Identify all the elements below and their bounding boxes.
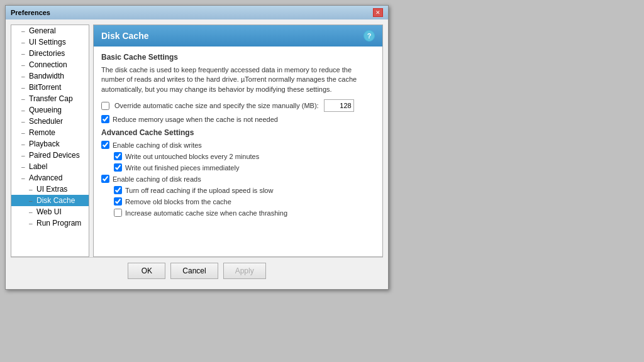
advanced-section-title: Advanced Cache Settings bbox=[101, 128, 375, 137]
apply-button[interactable]: Apply bbox=[223, 263, 266, 279]
turn-off-read-row: Turn off read caching if the upload spee… bbox=[101, 186, 375, 194]
write-untouched-row: Write out untouched blocks every 2 minut… bbox=[101, 152, 375, 160]
cache-description: The disk cache is used to keep frequentl… bbox=[101, 65, 375, 94]
title-bar: Preferences ✕ bbox=[6, 6, 388, 19]
enable-writes-row: Enable caching of disk writes bbox=[101, 141, 375, 149]
sidebar-item-directories[interactable]: –Directories bbox=[11, 48, 89, 59]
enable-reads-checkbox[interactable] bbox=[101, 175, 109, 183]
sidebar-item-disk-cache[interactable]: –Disk Cache bbox=[11, 195, 89, 206]
sidebar-item-label-run-program: Run Program bbox=[36, 219, 81, 228]
write-finished-label[interactable]: Write out finished pieces immediately bbox=[125, 164, 239, 172]
sidebar-item-transfer-cap[interactable]: –Transfer Cap bbox=[11, 93, 89, 104]
sidebar-item-general[interactable]: –General bbox=[11, 25, 89, 36]
sidebar-item-ui-settings[interactable]: –UI Settings bbox=[11, 36, 89, 48]
ok-button[interactable]: OK bbox=[128, 263, 165, 279]
enable-reads-row: Enable caching of disk reads bbox=[101, 175, 375, 183]
turn-off-read-label[interactable]: Turn off read caching if the upload spee… bbox=[125, 187, 273, 194]
sidebar-item-playback[interactable]: –Playback bbox=[11, 138, 89, 150]
cancel-button[interactable]: Cancel bbox=[170, 263, 218, 279]
sidebar-item-label-scheduler: Scheduler bbox=[29, 117, 63, 126]
remove-old-checkbox[interactable] bbox=[114, 197, 122, 206]
increase-auto-row: Increase automatic cache size when cache… bbox=[101, 209, 375, 217]
enable-writes-checkbox[interactable] bbox=[101, 141, 109, 149]
increase-auto-label[interactable]: Increase automatic cache size when cache… bbox=[125, 209, 287, 217]
override-cache-row: Override automatic cache size and specif… bbox=[101, 99, 375, 112]
write-untouched-label[interactable]: Write out untouched blocks every 2 minut… bbox=[125, 153, 259, 160]
window-body: –General–UI Settings–Directories–Connect… bbox=[6, 19, 388, 289]
enable-reads-label[interactable]: Enable caching of disk reads bbox=[113, 175, 201, 183]
sidebar-item-run-program[interactable]: –Run Program bbox=[11, 217, 89, 229]
sidebar-item-label-bittorrent: BitTorrent bbox=[29, 83, 61, 92]
sidebar-item-label-bandwidth: Bandwidth bbox=[29, 72, 64, 80]
close-button[interactable]: ✕ bbox=[373, 8, 383, 17]
sidebar-item-label-connection: Connection bbox=[29, 60, 67, 69]
override-cache-label[interactable]: Override automatic cache size and specif… bbox=[114, 102, 319, 109]
sidebar-item-bittorrent[interactable]: –BitTorrent bbox=[11, 82, 89, 93]
basic-section-title: Basic Cache Settings bbox=[101, 53, 375, 62]
remove-old-row: Remove old blocks from the cache bbox=[101, 197, 375, 206]
sidebar-item-label-transfer-cap: Transfer Cap bbox=[29, 94, 73, 103]
sidebar-item-label-label: Label bbox=[29, 162, 47, 171]
sidebar-item-advanced[interactable]: –Advanced bbox=[11, 172, 89, 184]
increase-auto-checkbox[interactable] bbox=[114, 209, 122, 217]
sidebar-item-label-directories: Directories bbox=[29, 49, 65, 58]
reduce-memory-label[interactable]: Reduce memory usage when the cache is no… bbox=[113, 116, 278, 123]
sidebar-item-web-ui[interactable]: –Web UI bbox=[11, 206, 89, 217]
sidebar-item-bandwidth[interactable]: –Bandwidth bbox=[11, 70, 89, 82]
content-panel: Disk Cache ? Basic Cache Settings The di… bbox=[93, 25, 383, 257]
sidebar-item-label[interactable]: –Label bbox=[11, 161, 89, 172]
sidebar-item-label-disk-cache: Disk Cache bbox=[36, 196, 75, 205]
override-cache-checkbox[interactable] bbox=[101, 102, 109, 110]
sidebar-item-ui-extras[interactable]: –UI Extras bbox=[11, 184, 89, 195]
help-button[interactable]: ? bbox=[364, 30, 375, 41]
sidebar-item-label-advanced: Advanced bbox=[29, 173, 62, 182]
sidebar-item-label-remote: Remote bbox=[29, 128, 55, 137]
sidebar-item-queueing[interactable]: –Queueing bbox=[11, 104, 89, 116]
sidebar-item-label-playback: Playback bbox=[29, 140, 60, 148]
sidebar-item-label-paired-devices: Paired Devices bbox=[29, 151, 80, 160]
sidebar-item-label-general: General bbox=[29, 26, 56, 35]
sidebar: –General–UI Settings–Directories–Connect… bbox=[11, 25, 89, 257]
footer: OK Cancel Apply bbox=[11, 257, 383, 284]
panel-title: Disk Cache bbox=[101, 31, 148, 41]
sidebar-item-scheduler[interactable]: –Scheduler bbox=[11, 116, 89, 127]
preferences-window: Preferences ✕ –General–UI Settings–Direc… bbox=[5, 5, 389, 290]
write-untouched-checkbox[interactable] bbox=[114, 152, 122, 160]
turn-off-read-checkbox[interactable] bbox=[114, 186, 122, 194]
sidebar-item-label-ui-extras: UI Extras bbox=[36, 185, 67, 194]
sidebar-item-label-web-ui: Web UI bbox=[36, 207, 62, 216]
panel-header: Disk Cache ? bbox=[94, 25, 382, 47]
panel-body: Basic Cache Settings The disk cache is u… bbox=[94, 47, 382, 226]
main-layout: –General–UI Settings–Directories–Connect… bbox=[11, 25, 383, 257]
reduce-memory-row: Reduce memory usage when the cache is no… bbox=[101, 115, 375, 123]
sidebar-item-connection[interactable]: –Connection bbox=[11, 59, 89, 70]
write-finished-row: Write out finished pieces immediately bbox=[101, 163, 375, 172]
reduce-memory-checkbox[interactable] bbox=[101, 115, 109, 123]
write-finished-checkbox[interactable] bbox=[114, 163, 122, 172]
sidebar-item-label-ui-settings: UI Settings bbox=[29, 38, 66, 47]
sidebar-item-paired-devices[interactable]: –Paired Devices bbox=[11, 150, 89, 161]
cache-size-input[interactable] bbox=[324, 99, 354, 112]
remove-old-label[interactable]: Remove old blocks from the cache bbox=[125, 198, 231, 206]
sidebar-item-label-queueing: Queueing bbox=[29, 106, 62, 114]
enable-writes-label[interactable]: Enable caching of disk writes bbox=[113, 141, 202, 149]
sidebar-item-remote[interactable]: –Remote bbox=[11, 127, 89, 138]
window-title: Preferences bbox=[11, 9, 50, 16]
